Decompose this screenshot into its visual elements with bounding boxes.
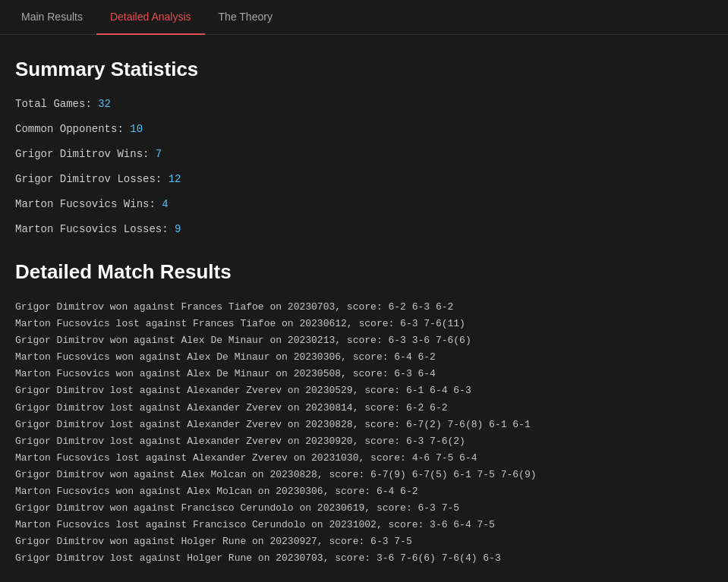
match-line: Grigor Dimitrov won against Holger Rune … <box>15 533 713 550</box>
stat-total-games-value: 32 <box>98 98 111 110</box>
main-content: Summary Statistics Total Games: 32 Commo… <box>0 35 728 582</box>
match-line: Grigor Dimitrov won against Alex De Mina… <box>15 332 713 349</box>
stat-grigor-wins-label: Grigor Dimitrov Wins: <box>15 148 156 160</box>
match-line: Marton Fucsovics lost against Francisco … <box>15 517 713 533</box>
match-lines-container: Grigor Dimitrov won against Frances Tiaf… <box>15 299 713 568</box>
stat-grigor-wins: Grigor Dimitrov Wins: 7 <box>15 146 713 162</box>
stat-marton-losses-label: Marton Fucsovics Losses: <box>15 223 175 235</box>
match-line: Grigor Dimitrov lost against Alexander Z… <box>15 382 713 399</box>
stat-common-opponents: Common Opponents: 10 <box>15 121 713 137</box>
stat-grigor-wins-value: 7 <box>156 148 162 160</box>
stat-grigor-losses-value: 12 <box>169 173 181 185</box>
stat-grigor-losses: Grigor Dimitrov Losses: 12 <box>15 171 713 187</box>
tab-detailed-analysis[interactable]: Detailed Analysis <box>96 0 205 35</box>
summary-title: Summary Statistics <box>15 58 713 81</box>
match-line: Marton Fucsovics lost against Alexander … <box>15 450 713 467</box>
stat-marton-losses-value: 9 <box>175 223 181 235</box>
match-line: Grigor Dimitrov lost against Holger Rune… <box>15 550 713 567</box>
tab-the-theory[interactable]: The Theory <box>205 0 286 35</box>
summary-statistics-section: Summary Statistics Total Games: 32 Commo… <box>15 58 713 238</box>
stat-marton-wins-label: Marton Fucsovics Wins: <box>15 198 162 210</box>
stat-total-games-label: Total Games: <box>15 98 98 110</box>
stat-common-opponents-value: 10 <box>130 123 143 135</box>
detailed-title: Detailed Match Results <box>15 260 713 284</box>
match-line: Grigor Dimitrov lost against Alexander Z… <box>15 400 713 417</box>
match-line: Marton Fucsovics won against Alex Molcan… <box>15 483 713 500</box>
match-line: Marton Fucsovics won against Alex De Min… <box>15 349 713 366</box>
stat-marton-wins: Marton Fucsovics Wins: 4 <box>15 197 713 212</box>
stat-common-opponents-label: Common Opponents: <box>15 123 130 135</box>
detailed-match-results-section: Detailed Match Results Grigor Dimitrov w… <box>15 260 713 568</box>
tab-main-results[interactable]: Main Results <box>8 0 96 35</box>
match-line: Grigor Dimitrov won against Frances Tiaf… <box>15 299 713 316</box>
stat-marton-losses: Marton Fucsovics Losses: 9 <box>15 222 713 238</box>
match-line: Grigor Dimitrov won against Francisco Ce… <box>15 500 713 517</box>
stat-grigor-losses-label: Grigor Dimitrov Losses: <box>15 173 169 185</box>
tab-bar: Main Results Detailed Analysis The Theor… <box>0 0 728 35</box>
match-line: Grigor Dimitrov lost against Alexander Z… <box>15 433 713 450</box>
stat-total-games: Total Games: 32 <box>15 96 713 112</box>
match-line: Grigor Dimitrov won against Alex Molcan … <box>15 467 713 483</box>
stat-marton-wins-value: 4 <box>162 198 168 210</box>
match-line: Marton Fucsovics lost against Frances Ti… <box>15 316 713 332</box>
match-line: Marton Fucsovics won against Alex De Min… <box>15 366 713 382</box>
match-line: Grigor Dimitrov lost against Alexander Z… <box>15 417 713 433</box>
